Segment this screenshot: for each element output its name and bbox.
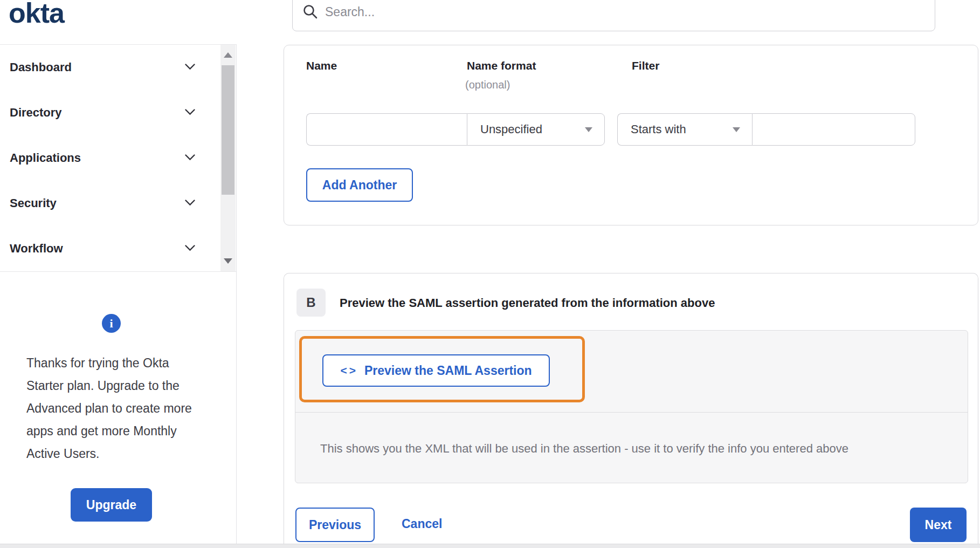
code-icon: <> (340, 364, 358, 377)
cancel-link[interactable]: Cancel (402, 517, 442, 531)
select-caret-icon (733, 127, 740, 132)
chevron-down-icon (185, 198, 195, 208)
next-button[interactable]: Next (910, 508, 967, 542)
chevron-down-icon (185, 63, 195, 72)
sidebar-item-workflow[interactable]: Workflow (0, 226, 221, 271)
optional-label: (optional) (465, 79, 510, 91)
sidebar-item-security[interactable]: Security (0, 181, 221, 226)
sidebar-item-dashboard[interactable]: Dashboard (0, 45, 221, 90)
sidebar-item-applications[interactable]: Applications (0, 135, 221, 181)
select-caret-icon (585, 127, 592, 132)
info-icon: i (102, 314, 121, 333)
sidebar-item-directory[interactable]: Directory (0, 90, 221, 135)
sidebar-scrollbar[interactable] (220, 45, 236, 271)
chevron-down-icon (185, 244, 195, 254)
name-column-label: Name (306, 59, 337, 72)
page-bottom-edge (0, 544, 980, 548)
search-placeholder: Search... (325, 5, 375, 19)
scroll-down-icon[interactable] (220, 254, 236, 268)
plan-promo-text: Thanks for trying the Okta Starter plan.… (26, 352, 195, 465)
preview-description: This shows you the XML that will be used… (320, 442, 848, 456)
sidebar-nav: Dashboard Directory Applications Securit… (0, 44, 236, 272)
sidebar-divider (236, 44, 237, 544)
filter-value-input[interactable] (752, 113, 915, 146)
add-another-button[interactable]: Add Another (306, 168, 413, 202)
search-icon (302, 4, 319, 20)
scrollbar-thumb[interactable] (222, 65, 234, 195)
step-b-badge: B (296, 289, 326, 317)
saml-preview-card: B Preview the SAML assertion generated f… (284, 273, 978, 548)
attribute-statements-card: Name Name format (optional) Filter Unspe… (284, 45, 978, 225)
preview-section-heading: Preview the SAML assertion generated fro… (340, 296, 715, 310)
scroll-up-icon[interactable] (220, 48, 236, 62)
attribute-name-input[interactable] (306, 113, 467, 146)
filter-operator-select[interactable]: Starts with (617, 113, 752, 146)
preview-saml-assertion-button[interactable]: <> Preview the SAML Assertion (322, 354, 550, 387)
okta-logo: okta (9, 0, 116, 30)
name-format-column-label: Name format (467, 59, 536, 72)
previous-button[interactable]: Previous (295, 508, 375, 542)
chevron-down-icon (185, 108, 195, 118)
preview-panel: <> Preview the SAML Assertion This shows… (295, 330, 968, 483)
filter-column-label: Filter (632, 59, 659, 72)
preview-panel-caption: This shows you the XML that will be used… (295, 413, 968, 484)
global-search[interactable]: Search... (292, 0, 935, 31)
tutorial-highlight-box: <> Preview the SAML Assertion (299, 336, 585, 402)
name-format-select[interactable]: Unspecified (467, 113, 605, 146)
upgrade-button[interactable]: Upgrade (71, 488, 152, 522)
chevron-down-icon (185, 153, 195, 163)
preview-panel-top: <> Preview the SAML Assertion (295, 331, 968, 413)
